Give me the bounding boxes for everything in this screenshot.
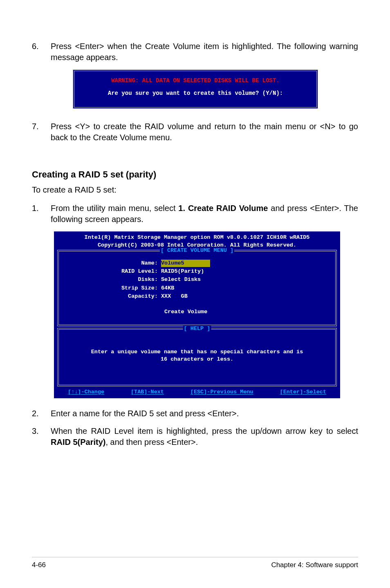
section-heading: Creating a RAID 5 set (parity) bbox=[32, 168, 358, 181]
step-3-bold: RAID 5(Parity) bbox=[51, 438, 105, 447]
step-3-post: , and then press <Enter>. bbox=[105, 438, 198, 447]
chapter-label: Chapter 4: Software support bbox=[271, 561, 358, 570]
field-stripsize-label: Strip Size: bbox=[67, 285, 161, 292]
field-raidlevel-label: RAID Level: bbox=[67, 268, 161, 275]
help-panel-title: [ HELP ] bbox=[183, 325, 211, 332]
footer-select: [Enter]-Select bbox=[280, 388, 326, 396]
field-capacity-value[interactable]: XXX GB bbox=[161, 293, 188, 300]
warning-line-1: WARNING: ALL DATA ON SELECTED DISKS WILL… bbox=[81, 77, 310, 85]
step-6: 6. Press <Enter> when the Create Volume … bbox=[32, 41, 358, 63]
field-capacity-label: Capacity: bbox=[67, 293, 161, 300]
field-stripsize-row: Strip Size: 64KB bbox=[67, 285, 327, 292]
section-subpara: To create a RAID 5 set: bbox=[32, 184, 358, 195]
field-disks-row: Disks: Select Disks bbox=[67, 276, 327, 283]
field-raidlevel-value[interactable]: RAID5(Parity) bbox=[161, 268, 204, 275]
create-volume-panel: [ CREATE VOLUME MENU ] Name: Volume5 RAI… bbox=[57, 250, 337, 326]
create-volume-action[interactable]: Create Volume bbox=[67, 308, 327, 316]
field-name-value[interactable]: Volume5 bbox=[161, 260, 210, 267]
step-7-number: 7. bbox=[32, 121, 40, 143]
step-2-number: 2. bbox=[32, 408, 40, 419]
step-1-text: From the utility main menu, select 1. Cr… bbox=[51, 203, 358, 225]
footer-next: [TAB]-Next bbox=[131, 388, 164, 396]
help-panel: [ HELP ] Enter a unique volume name that… bbox=[57, 328, 337, 386]
step-1-pre: From the utility main menu, select bbox=[51, 204, 178, 213]
step-3-text: When the RAID Level item is highlighted,… bbox=[51, 426, 358, 448]
step-6-number: 6. bbox=[32, 41, 40, 63]
footer-change: [↑↓]-Change bbox=[68, 388, 104, 396]
field-name-highlight: Volume5 bbox=[161, 260, 210, 267]
step-7-text: Press <Y> to create the RAID volume and … bbox=[51, 121, 358, 143]
field-disks-label: Disks: bbox=[67, 276, 161, 283]
rom-footer: [↑↓]-Change [TAB]-Next [ESC]-Previous Me… bbox=[57, 388, 337, 397]
step-7: 7. Press <Y> to create the RAID volume a… bbox=[32, 121, 358, 143]
field-name-row: Name: Volume5 bbox=[67, 260, 327, 267]
step-6-text: Press <Enter> when the Create Volume ite… bbox=[51, 41, 358, 63]
warning-dialog-border: WARNING: ALL DATA ON SELECTED DISKS WILL… bbox=[73, 70, 318, 109]
field-disks-value[interactable]: Select Disks bbox=[161, 276, 201, 283]
create-volume-panel-body: Name: Volume5 RAID Level: RAID5(Parity) … bbox=[59, 251, 335, 325]
option-rom-screen: Intel(R) Matrix Storage Manager option R… bbox=[54, 231, 340, 398]
footer-prev: [ESC]-Previous Menu bbox=[191, 388, 253, 396]
help-panel-text: Enter a unique volume name that has no s… bbox=[59, 330, 335, 384]
step-2: 2. Enter a name for the RAID 5 set and p… bbox=[32, 408, 358, 419]
step-3-pre: When the RAID Level item is highlighted,… bbox=[51, 426, 358, 435]
step-1-bold: 1. Create RAID Volume bbox=[178, 204, 268, 213]
step-2-text: Enter a name for the RAID 5 set and pres… bbox=[51, 408, 358, 419]
field-name-label: Name: bbox=[67, 260, 161, 267]
field-stripsize-value[interactable]: 64KB bbox=[161, 285, 174, 292]
step-1-number: 1. bbox=[32, 203, 40, 225]
warning-line-2: Are you sure you want to create this vol… bbox=[81, 90, 310, 97]
step-3: 3. When the RAID Level item is highlight… bbox=[32, 426, 358, 448]
page-number: 4-66 bbox=[32, 561, 46, 570]
create-volume-panel-title: [ CREATE VOLUME MENU ] bbox=[160, 247, 234, 254]
rom-header-line1: Intel(R) Matrix Storage Manager option R… bbox=[57, 234, 337, 241]
field-capacity-row: Capacity: XXX GB bbox=[67, 293, 327, 300]
warning-dialog: WARNING: ALL DATA ON SELECTED DISKS WILL… bbox=[73, 70, 318, 109]
step-1: 1. From the utility main menu, select 1.… bbox=[32, 203, 358, 225]
field-raidlevel-row: RAID Level: RAID5(Parity) bbox=[67, 268, 327, 275]
step-3-number: 3. bbox=[32, 426, 40, 448]
page-footer: 4-66 Chapter 4: Software support bbox=[32, 557, 358, 570]
